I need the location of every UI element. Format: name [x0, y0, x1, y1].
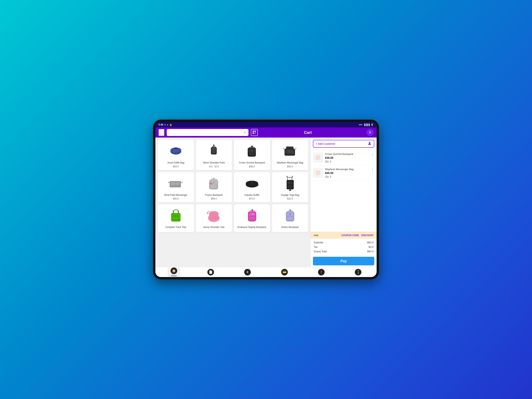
svg-rect-65	[249, 217, 255, 220]
product-card-savvy[interactable]: Savvy Shoulder Tote	[196, 204, 232, 232]
cart-item-details-wayfarer: Wayfarer Messenger Bag $45.00 Qty: 1	[325, 168, 369, 178]
product-name-crown-summit: Crown Summit Backpack	[239, 161, 265, 164]
status-icon-a: A	[164, 123, 166, 126]
product-card-voyage[interactable]: Voyage Yoga Bag $32.0	[272, 172, 308, 203]
bottom-nav-orders[interactable]: 📄	[204, 268, 217, 276]
svg-rect-1	[253, 131, 254, 131]
product-price-fusion: $59.0	[211, 197, 217, 200]
product-image-rival-field	[160, 174, 192, 192]
main-content: Joust Duffle Bag $34.0	[155, 138, 377, 267]
svg-rect-33	[171, 182, 175, 185]
qr-icon	[253, 130, 256, 135]
svg-rect-49	[251, 180, 253, 182]
product-card-rival-field[interactable]: Rival Field Messenger $45.0	[158, 172, 194, 203]
products-section[interactable]: Joust Duffle Bag $34.0	[155, 138, 310, 267]
product-price-joust-duffle: $34.0	[173, 165, 179, 168]
subtotal-label: Subtotal	[314, 241, 323, 244]
wallet-icon: 💳	[283, 270, 286, 274]
bottom-nav-alert[interactable]: ❗	[315, 268, 328, 276]
device-screen: 5:48 A ● 🔒 ▾▾▾ ▐▐▐▐ 🔋 ☰ ✕	[155, 122, 377, 277]
coupon-code-link[interactable]: COUPON CODE	[341, 234, 359, 237]
device-frame: 5:48 A ● 🔒 ▾▾▾ ▐▐▐▐ 🔋 ☰ ✕	[153, 120, 379, 279]
product-card-crown-summit[interactable]: Crown Summit Backpack $38.0	[234, 140, 270, 170]
home-icon: 🏠	[172, 269, 176, 273]
product-price-voyage: $32.0	[287, 197, 293, 200]
discount-link[interactable]: DISCOUNT	[361, 234, 374, 237]
svg-rect-9	[255, 133, 256, 134]
alert-icon-circle: ❗	[318, 269, 325, 276]
products-grid: Joust Duffle Bag $34.0	[158, 140, 308, 232]
product-card-driven[interactable]: Driven Backpack	[272, 204, 308, 232]
cart-item-crown-summit: Crown Summit Backpack $38.00 Qty: 1 ⋮	[310, 150, 377, 165]
hamburger-button[interactable]: ☰	[158, 129, 164, 136]
svg-rect-6	[255, 133, 255, 133]
svg-rect-66	[251, 209, 253, 212]
person-icon	[368, 142, 372, 146]
svg-rect-68	[252, 213, 254, 215]
subtotal-value: $83.0	[367, 241, 374, 244]
status-bar-left: 5:48 A ● 🔒	[158, 123, 172, 126]
add-customer-label: + Add Customer	[316, 142, 335, 145]
product-card-impulse[interactable]: Impulse Duffle $74.0	[234, 172, 270, 203]
coupon-row: Add COUPON CODE DISCOUNT	[310, 232, 377, 239]
cart-items-list: Crown Summit Backpack $38.00 Qty: 1 ⋮	[310, 150, 377, 232]
svg-rect-40	[210, 185, 217, 188]
product-image-wayfarer	[274, 142, 306, 160]
bottom-nav-wallet[interactable]: 💳	[278, 268, 291, 276]
svg-point-61	[207, 212, 209, 214]
bottom-nav-more[interactable]: ⋮	[352, 268, 365, 276]
svg-rect-8	[255, 133, 255, 134]
product-price-old-strive: $32	[209, 165, 213, 168]
svg-point-74	[369, 142, 370, 143]
cart-item-name-crown-summit: Crown Summit Backpack	[325, 153, 369, 155]
svg-rect-47	[247, 182, 257, 185]
more-icon: ⋮	[356, 270, 361, 275]
product-card-joust-duffle[interactable]: Joust Duffle Bag $34.0	[158, 140, 194, 170]
product-card-strive-shoulder[interactable]: Strive Shoulder Pack $32 32.0	[196, 140, 232, 170]
grand-total-value: $83.0	[367, 250, 374, 253]
pause-button-top[interactable]: ⏸	[367, 129, 374, 136]
tax-value: $0.0	[369, 245, 374, 248]
svg-rect-28	[288, 150, 291, 153]
wifi-icon: ▾▾▾	[359, 123, 362, 126]
product-price-impulse: $74.0	[249, 197, 255, 200]
product-card-wayfarer[interactable]: Wayfarer Messenger Bag $45.0	[272, 140, 308, 170]
product-name-savvy: Savvy Shoulder Tote	[203, 226, 225, 229]
cart-item-menu-crown-summit[interactable]: ⋮	[371, 153, 374, 157]
product-card-compete-track[interactable]: Compete Track Tote	[158, 204, 194, 232]
qr-button[interactable]	[251, 129, 258, 136]
svg-rect-72	[290, 209, 291, 212]
svg-rect-41	[213, 178, 214, 180]
add-customer-button[interactable]: + Add Customer	[313, 140, 374, 148]
product-card-fusion[interactable]: Fusion Backpack $59.0	[196, 172, 232, 203]
coupon-links: COUPON CODE DISCOUNT	[341, 234, 374, 237]
product-card-endeavor[interactable]: Endeavor Daytrip Backpack	[234, 204, 270, 232]
pause-icon-circle: ⏸	[244, 269, 251, 276]
bottom-nav: 🏠 Home 📄 ⏸ 💳 ❗	[155, 267, 377, 277]
product-price-container-strive: $32 32.0	[209, 165, 219, 168]
summary-row-tax: Tax $0.0	[314, 245, 374, 249]
product-name-fusion: Fusion Backpack	[205, 194, 223, 197]
svg-rect-18	[212, 151, 215, 153]
alert-icon: ❗	[319, 270, 323, 274]
product-name-endeavor: Endeavor Daytrip Backpack	[238, 226, 266, 229]
bottom-nav-pause[interactable]: ⏸	[241, 268, 254, 276]
svg-rect-5	[253, 133, 254, 134]
bottom-nav-home[interactable]: 🏠 Home	[167, 267, 180, 277]
pay-button[interactable]: Pay	[313, 257, 374, 265]
status-icon-circle: ●	[167, 123, 168, 126]
product-price-crown-summit: $38.0	[249, 165, 255, 168]
cart-item-menu-wayfarer[interactable]: ⋮	[371, 168, 374, 172]
pause-icon-bottom: ⏸	[246, 270, 249, 274]
product-name-strive-shoulder: Strive Shoulder Pack	[203, 161, 225, 164]
svg-rect-64	[249, 212, 255, 216]
svg-line-52	[292, 176, 293, 177]
clear-icon[interactable]: ✕	[244, 131, 246, 135]
grand-total-label: Grand Total	[314, 250, 327, 253]
cart-summary: Add COUPON CODE DISCOUNT Subtotal $83.0	[310, 232, 377, 267]
bottom-nav-home-label: Home	[171, 275, 177, 277]
status-icon-lock: 🔒	[169, 123, 172, 126]
search-input[interactable]	[169, 131, 242, 134]
product-image-impulse	[236, 174, 268, 192]
search-container: ✕	[167, 129, 248, 136]
